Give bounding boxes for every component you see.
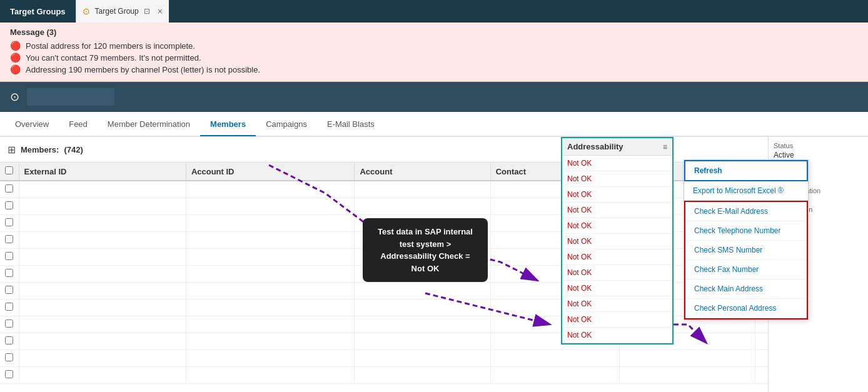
tab-email-blasts[interactable]: E-Mail Blasts bbox=[317, 113, 385, 136]
filter-icon[interactable]: ≡ bbox=[663, 143, 667, 151]
col-account-id: Account ID bbox=[186, 163, 355, 181]
check-items-group: Check E-Mail Address Check Telephone Num… bbox=[684, 201, 808, 319]
account-cell bbox=[355, 299, 490, 316]
select-all-checkbox[interactable] bbox=[5, 166, 13, 174]
external-id-cell bbox=[19, 249, 186, 266]
contact-cell bbox=[490, 367, 619, 384]
message-text-2: You can't contact 79 members. It's not p… bbox=[26, 53, 201, 63]
row-checkbox[interactable] bbox=[0, 283, 19, 299]
row-checkbox[interactable] bbox=[0, 232, 19, 249]
account-id-cell bbox=[186, 367, 355, 384]
addressability-cell: Not OK bbox=[562, 203, 672, 218]
external-id-cell bbox=[19, 266, 186, 283]
check-main-address-button[interactable]: Check Main Address bbox=[685, 279, 807, 299]
error-icon-1: 🔴 bbox=[10, 41, 21, 51]
address-cell bbox=[619, 350, 755, 367]
addressability-cell: Not OK bbox=[562, 281, 672, 296]
addressability-column: Addressability ≡ Not OKNot OKNot OKNot O… bbox=[561, 137, 674, 344]
check-sms-button[interactable]: Check SMS Number bbox=[685, 241, 807, 260]
account-id-cell bbox=[186, 266, 355, 283]
row-checkbox[interactable] bbox=[0, 316, 19, 333]
status-value: Active bbox=[774, 151, 863, 159]
unsaved-indicator: ⊡ bbox=[144, 7, 150, 16]
message-item-3: 🔴 Addressing 190 members by channel Post… bbox=[10, 64, 858, 74]
address-cell bbox=[619, 367, 755, 384]
members-title: Members: bbox=[21, 145, 59, 154]
account-id-cell bbox=[186, 249, 355, 266]
callout-annotation: Test data in SAP internal test system > … bbox=[363, 218, 488, 282]
row-checkbox[interactable] bbox=[0, 181, 19, 198]
tab-feed[interactable]: Feed bbox=[59, 113, 98, 136]
tab-members[interactable]: Members bbox=[200, 113, 256, 136]
main-content: ⊞ Members: (742) ⇅ More External ID Acco… bbox=[0, 137, 868, 392]
refresh-button[interactable]: Refresh bbox=[684, 160, 808, 181]
contact-cell bbox=[490, 350, 619, 367]
account-id-cell bbox=[186, 299, 355, 316]
entity-icon: ⊙ bbox=[10, 90, 19, 104]
external-id-cell bbox=[19, 350, 186, 367]
message-text-3: Addressing 190 members by channel Post (… bbox=[26, 65, 260, 74]
row-checkbox[interactable] bbox=[0, 266, 19, 283]
account-id-cell bbox=[186, 283, 355, 299]
external-id-cell bbox=[19, 367, 186, 384]
external-id-cell bbox=[19, 232, 186, 249]
external-id-cell bbox=[19, 181, 186, 198]
nav-tabs: Overview Feed Member Determination Membe… bbox=[0, 112, 868, 137]
row-checkbox[interactable] bbox=[0, 299, 19, 316]
export-button[interactable]: Export to Microsoft Excel ® bbox=[684, 181, 808, 201]
addressability-cell: Not OK bbox=[562, 218, 672, 234]
account-cell bbox=[355, 316, 490, 333]
check-fax-button[interactable]: Check Fax Number bbox=[685, 260, 807, 279]
col-external-id: External ID bbox=[19, 163, 186, 181]
addressability-cell: Not OK bbox=[562, 265, 672, 281]
entity-name-field bbox=[27, 88, 114, 106]
close-tab-button[interactable]: × bbox=[158, 6, 163, 16]
error-icon-3: 🔴 bbox=[10, 64, 21, 74]
external-id-cell bbox=[19, 333, 186, 350]
table-row bbox=[0, 350, 868, 367]
account-id-cell bbox=[186, 181, 355, 198]
addressability-cell: Not OK bbox=[562, 249, 672, 265]
external-id-cell bbox=[19, 198, 186, 215]
external-id-cell bbox=[19, 283, 186, 299]
row-checkbox[interactable] bbox=[0, 350, 19, 367]
account-cell bbox=[355, 333, 490, 350]
account-cell bbox=[355, 283, 490, 299]
account-cell bbox=[355, 198, 490, 215]
check-email-button[interactable]: Check E-Mail Address bbox=[685, 202, 807, 221]
table-row bbox=[0, 367, 868, 384]
col-checkbox bbox=[0, 163, 19, 181]
row-checkbox[interactable] bbox=[0, 249, 19, 266]
message-bar: Message (3) 🔴 Postal address for 120 mem… bbox=[0, 23, 868, 82]
addressability-label: Addressability bbox=[567, 142, 623, 151]
account-cell bbox=[355, 367, 490, 384]
table-row bbox=[0, 333, 868, 350]
account-id-cell bbox=[186, 350, 355, 367]
secondary-tab[interactable]: ⊙ Target Group ⊡ × bbox=[76, 0, 169, 23]
account-id-cell bbox=[186, 316, 355, 333]
check-personal-address-button[interactable]: Check Personal Address bbox=[685, 299, 807, 318]
account-id-cell bbox=[186, 333, 355, 350]
addressability-header: Addressability ≡ bbox=[562, 138, 672, 156]
check-phone-button[interactable]: Check Telephone Number bbox=[685, 221, 807, 241]
status-label: Status bbox=[774, 142, 863, 149]
tab-campaigns[interactable]: Campaigns bbox=[256, 113, 317, 136]
row-checkbox[interactable] bbox=[0, 198, 19, 215]
message-text-1: Postal address for 120 members is incomp… bbox=[26, 41, 195, 51]
addressability-cell: Not OK bbox=[562, 171, 672, 187]
message-title: Message (3) bbox=[10, 28, 858, 37]
row-checkbox[interactable] bbox=[0, 367, 19, 384]
account-cell bbox=[355, 350, 490, 367]
main-tab[interactable]: Target Groups bbox=[0, 0, 76, 23]
message-item-2: 🔴 You can't contact 79 members. It's not… bbox=[10, 53, 858, 63]
col-account: Account bbox=[355, 163, 490, 181]
target-group-icon: ⊙ bbox=[83, 6, 90, 16]
row-checkbox[interactable] bbox=[0, 333, 19, 350]
tab-member-determination[interactable]: Member Determination bbox=[98, 113, 200, 136]
addressability-cell: Not OK bbox=[562, 312, 672, 328]
external-id-cell bbox=[19, 215, 186, 232]
row-checkbox[interactable] bbox=[0, 215, 19, 232]
external-id-cell bbox=[19, 299, 186, 316]
table-toolbar: ⊞ Members: (742) ⇅ More bbox=[0, 137, 868, 163]
tab-overview[interactable]: Overview bbox=[5, 113, 59, 136]
